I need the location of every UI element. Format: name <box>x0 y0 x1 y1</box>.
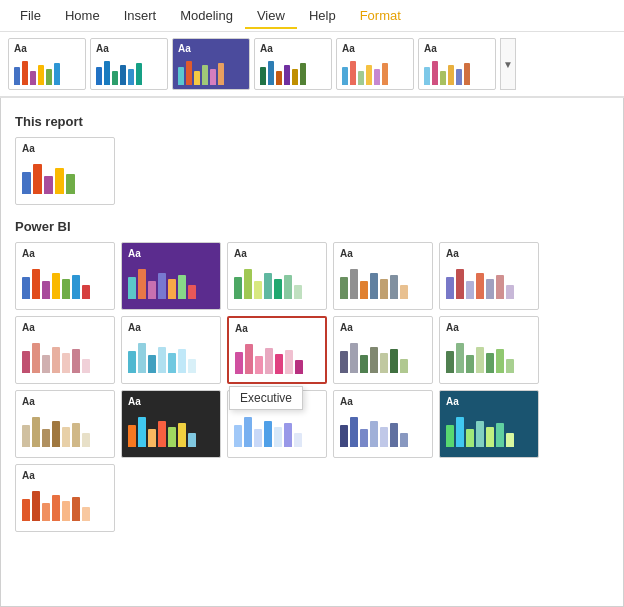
toolbar-scroll-button[interactable]: ▼ <box>500 38 516 90</box>
this-report-themes: Aa <box>15 137 609 205</box>
menu-modeling[interactable]: Modeling <box>168 2 245 29</box>
toolbar-theme-4[interactable]: Aa <box>254 38 332 90</box>
toolbar-theme-4-bars <box>260 57 326 85</box>
pbi-theme-14[interactable]: Aa <box>333 390 433 458</box>
pbi-theme-7[interactable]: Aa <box>121 316 221 384</box>
menu-file[interactable]: File <box>8 2 53 29</box>
menu-home[interactable]: Home <box>53 2 112 29</box>
toolbar-theme-6-label: Aa <box>424 43 490 54</box>
pbi-theme-12[interactable]: Aa <box>121 390 221 458</box>
toolbar-theme-6-bars <box>424 57 490 85</box>
pbi-theme-5[interactable]: Aa <box>439 242 539 310</box>
pbi-theme-2[interactable]: Aa <box>121 242 221 310</box>
toolbar-theme-1[interactable]: Aa <box>8 38 86 90</box>
pbi-theme-10[interactable]: Aa <box>439 316 539 384</box>
menu-help[interactable]: Help <box>297 2 348 29</box>
power-bi-title: Power BI <box>15 219 609 234</box>
toolbar-theme-1-label: Aa <box>14 43 80 54</box>
toolbar-theme-6[interactable]: Aa <box>418 38 496 90</box>
toolbar-theme-3-bars <box>178 57 244 85</box>
menu-format[interactable]: Format <box>348 2 413 29</box>
toolbar-theme-2[interactable]: Aa <box>90 38 168 90</box>
menu-insert[interactable]: Insert <box>112 2 169 29</box>
pbi-theme-15[interactable]: Aa <box>439 390 539 458</box>
toolbar-theme-3[interactable]: Aa <box>172 38 250 90</box>
toolbar-theme-3-label: Aa <box>178 43 244 54</box>
pbi-theme-11[interactable]: Aa <box>15 390 115 458</box>
toolbar-theme-5-label: Aa <box>342 43 408 54</box>
menu-bar: File Home Insert Modeling View Help Form… <box>0 0 624 32</box>
toolbar-theme-4-label: Aa <box>260 43 326 54</box>
this-report-title: This report <box>15 114 609 129</box>
themes-panel: This report Aa Power BI Aa <box>0 98 624 607</box>
this-report-theme-card[interactable]: Aa <box>15 137 115 205</box>
pbi-theme-1[interactable]: Aa <box>15 242 115 310</box>
power-bi-themes-grid: Aa Aa Aa <box>15 242 609 532</box>
menu-view[interactable]: View <box>245 2 297 29</box>
themes-toolbar: Aa Aa Aa <box>0 32 624 98</box>
pbi-theme-6[interactable]: Aa <box>15 316 115 384</box>
this-report-card-label: Aa <box>22 143 108 154</box>
toolbar-theme-2-label: Aa <box>96 43 162 54</box>
pbi-theme-3[interactable]: Aa <box>227 242 327 310</box>
pbi-theme-9[interactable]: Aa <box>333 316 433 384</box>
pbi-theme-16[interactable]: Aa <box>15 464 115 532</box>
this-report-card-bars <box>22 158 108 194</box>
executive-tooltip: Executive <box>229 386 303 410</box>
toolbar-theme-5-bars <box>342 57 408 85</box>
toolbar-theme-1-bars <box>14 57 80 85</box>
toolbar-theme-2-bars <box>96 57 162 85</box>
pbi-theme-executive[interactable]: Aa Executive <box>227 316 327 384</box>
toolbar-theme-5[interactable]: Aa <box>336 38 414 90</box>
pbi-theme-4[interactable]: Aa <box>333 242 433 310</box>
